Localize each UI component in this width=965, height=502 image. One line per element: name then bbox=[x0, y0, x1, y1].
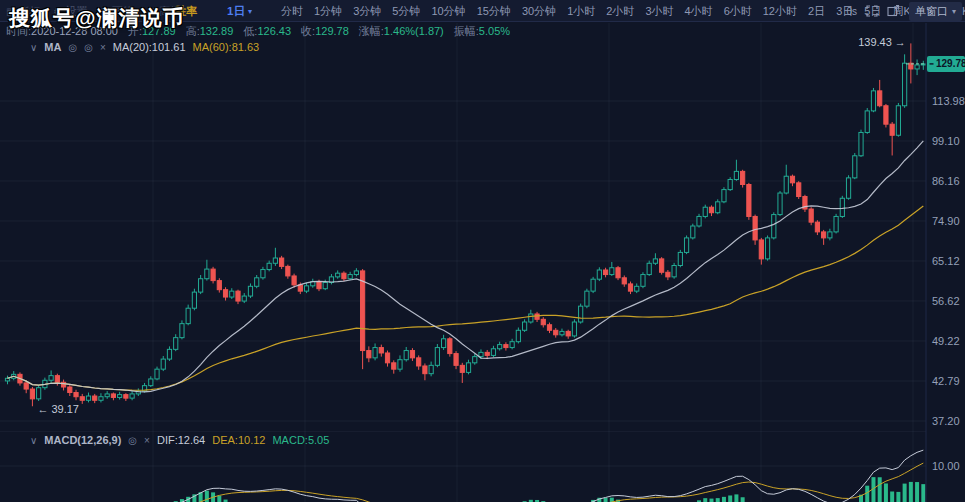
candle bbox=[423, 366, 427, 374]
candle bbox=[361, 271, 365, 351]
candle bbox=[840, 198, 844, 216]
candle bbox=[797, 183, 801, 197]
candle bbox=[248, 286, 252, 296]
window-mode-label: 单窗口 bbox=[915, 4, 948, 19]
candle bbox=[884, 106, 888, 124]
collapse-chevron-icon[interactable]: ∨ bbox=[30, 42, 37, 53]
fullscreen-icon[interactable] bbox=[866, 5, 878, 17]
high-marker: 139.43 → bbox=[858, 36, 906, 48]
ma-legend: ∨ MA ◎ ◎ × MA(20):101.61 MA(60):81.63 bbox=[30, 41, 259, 53]
macd-legend: ∨ MACD(12,26,9) ◎ × DIF:12.64 DEA:10.12 … bbox=[30, 434, 329, 446]
candle bbox=[878, 91, 882, 106]
tab-5min[interactable]: 5分钟 bbox=[392, 4, 420, 19]
change-value: 1.46%(1.87) bbox=[384, 25, 444, 37]
low-label: 低: bbox=[243, 25, 257, 37]
candle bbox=[298, 285, 302, 291]
price-axis-label: 37.20 bbox=[932, 415, 960, 427]
price-axis-label: 65.12 bbox=[932, 255, 960, 267]
eye-icon[interactable]: ◎ bbox=[68, 42, 77, 53]
candle bbox=[529, 314, 533, 322]
candle bbox=[772, 215, 776, 238]
candle bbox=[267, 263, 271, 269]
tab-2h[interactable]: 2小时 bbox=[606, 4, 634, 19]
candle bbox=[398, 360, 402, 369]
candle bbox=[242, 296, 246, 301]
candle bbox=[199, 279, 203, 292]
window-mode-dropdown[interactable]: 单窗口 ▾ bbox=[909, 2, 962, 21]
candle bbox=[547, 325, 551, 331]
candle bbox=[871, 91, 875, 111]
tab-12h[interactable]: 12小时 bbox=[763, 4, 797, 19]
chart-canvas[interactable]: 139.43 →← 39.17113.9899.1086.1674.9065.1… bbox=[0, 0, 965, 502]
candle bbox=[74, 393, 78, 397]
close-icon[interactable]: × bbox=[100, 42, 106, 53]
candle bbox=[759, 240, 763, 259]
candle bbox=[485, 352, 489, 355]
price-axis-label: 56.62 bbox=[932, 295, 960, 307]
period-dropdown[interactable]: 1日 ▾ bbox=[227, 0, 252, 22]
macd-histogram-bar bbox=[722, 497, 726, 502]
macd-histogram-bar bbox=[734, 494, 738, 502]
tab-fenshi[interactable]: 分时 bbox=[281, 4, 303, 19]
tab-10min[interactable]: 10分钟 bbox=[431, 4, 465, 19]
candle bbox=[560, 331, 564, 334]
candle bbox=[579, 306, 583, 322]
tab-2d[interactable]: 2日 bbox=[808, 4, 825, 19]
tab-15min[interactable]: 15分钟 bbox=[477, 4, 511, 19]
tab-1h[interactable]: 1小时 bbox=[567, 4, 595, 19]
candle bbox=[261, 270, 265, 278]
candle bbox=[180, 324, 184, 338]
candle bbox=[417, 358, 421, 366]
close-value: 129.78 bbox=[315, 25, 349, 37]
new-window-icon[interactable] bbox=[887, 5, 900, 17]
candle bbox=[747, 185, 751, 217]
candle bbox=[93, 396, 97, 400]
macd-histogram-bar bbox=[716, 498, 720, 502]
candle bbox=[784, 176, 788, 193]
candle bbox=[167, 349, 171, 359]
settings-circle-icon[interactable]: ◎ bbox=[128, 435, 137, 446]
macd-histogram-bar bbox=[878, 477, 882, 502]
candle bbox=[286, 266, 290, 276]
candle bbox=[491, 349, 495, 356]
high-label: 高: bbox=[186, 25, 200, 37]
macd-histogram-bar bbox=[728, 495, 732, 502]
tab-1min[interactable]: 1分钟 bbox=[314, 4, 342, 19]
candle bbox=[373, 348, 377, 358]
candle bbox=[622, 278, 626, 284]
candle bbox=[915, 65, 919, 69]
tab-6h[interactable]: 6小时 bbox=[724, 4, 752, 19]
collapse-chevron-icon[interactable]: ∨ bbox=[30, 435, 37, 446]
candle bbox=[828, 232, 832, 238]
candle bbox=[722, 190, 726, 202]
candle bbox=[367, 351, 371, 358]
dea-line bbox=[8, 463, 924, 502]
candle bbox=[890, 124, 894, 135]
price-axis-label: 86.16 bbox=[932, 175, 960, 187]
candle bbox=[404, 351, 408, 360]
candle bbox=[130, 394, 134, 398]
tab-3h[interactable]: 3小时 bbox=[645, 4, 673, 19]
macd-indicator-name: MACD(12,26,9) bbox=[44, 434, 121, 446]
tab-4h[interactable]: 4小时 bbox=[685, 4, 713, 19]
toolbar-right-group: 0s 单窗口 ▾ bbox=[846, 0, 962, 22]
candle bbox=[111, 394, 115, 398]
tab-30min[interactable]: 30分钟 bbox=[522, 4, 556, 19]
price-axis-label: 113.98 bbox=[932, 95, 965, 107]
candle bbox=[541, 319, 545, 324]
candle bbox=[753, 216, 757, 239]
macd-histogram-bar bbox=[896, 492, 900, 502]
tab-3min[interactable]: 3分钟 bbox=[353, 4, 381, 19]
watermark: 搜狐号@澜清说币 bbox=[9, 4, 184, 32]
candle bbox=[853, 156, 857, 178]
ma-indicator-name: MA bbox=[44, 41, 61, 53]
candle bbox=[348, 275, 352, 279]
candle bbox=[815, 222, 819, 232]
settings-circle-icon[interactable]: ◎ bbox=[84, 42, 93, 53]
high-value: 132.89 bbox=[200, 25, 234, 37]
candle bbox=[460, 365, 464, 372]
macd-histogram-bar bbox=[915, 482, 919, 502]
close-icon[interactable]: × bbox=[144, 435, 150, 446]
candle bbox=[684, 238, 688, 253]
candle bbox=[68, 387, 72, 393]
